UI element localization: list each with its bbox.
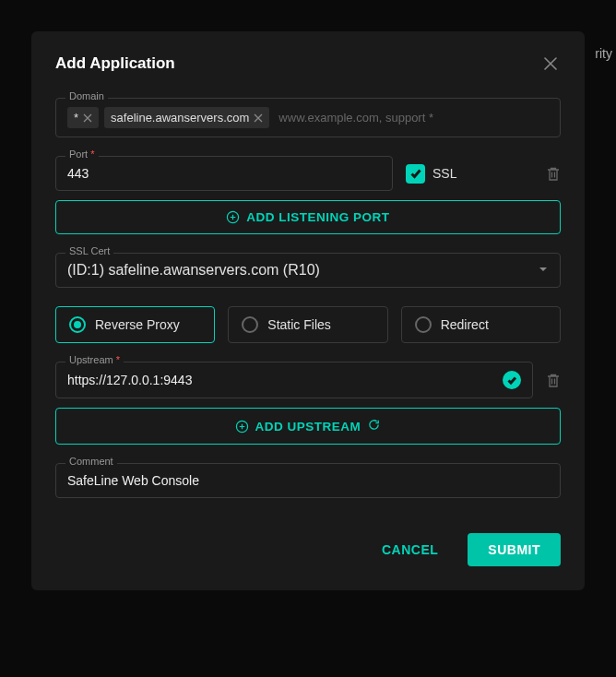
chip-remove-button[interactable] [254,113,263,123]
radio-icon [242,316,258,333]
domain-input[interactable] [275,108,549,127]
domain-legend: Domain [65,90,108,101]
delete-upstream-button[interactable] [546,373,561,388]
add-application-modal: Add Application Domain * safeline.awanse… [31,31,585,590]
add-listening-port-button[interactable]: ADD LISTENING PORT [55,200,561,234]
ssl-checkbox[interactable] [406,164,425,184]
close-icon [254,113,263,123]
ssl-cert-value: (ID:1) safeline.awanservers.com (R10) [67,262,320,279]
upstream-input[interactable] [67,373,495,387]
trash-icon [546,166,561,182]
domain-chip-label: safeline.awanservers.com [111,111,249,125]
upstream-valid-indicator [503,371,521,389]
proxy-type-group: Reverse Proxy Static Files Redirect [55,306,561,343]
caret-down-icon [538,264,549,275]
upstream-field[interactable]: Upstream [55,362,533,398]
add-upstream-button[interactable]: ADD UPSTREAM [55,408,561,445]
radio-icon [69,316,86,333]
upstream-legend: Upstream [65,354,124,365]
ssl-cert-legend: SSL Cert [65,245,113,256]
modal-title: Add Application [55,54,175,73]
ssl-cert-field[interactable]: SSL Cert (ID:1) safeline.awanservers.com… [55,253,561,288]
modal-footer: CANCEL SUBMIT [55,533,561,566]
close-button[interactable] [540,53,561,74]
ssl-label: SSL [432,166,456,181]
comment-input[interactable] [67,473,549,488]
check-icon [506,374,517,386]
domain-field[interactable]: Domain * safeline.awanservers.com [55,98,561,137]
radio-label: Static Files [267,317,330,332]
plus-circle-icon [235,420,249,434]
domain-chip: safeline.awanservers.com [104,107,269,128]
trash-icon [546,373,561,388]
domain-chip: * [67,107,99,128]
modal-header: Add Application [55,53,561,74]
add-upstream-label: ADD UPSTREAM [255,420,361,434]
close-icon [83,113,92,123]
radio-label: Redirect [441,317,489,332]
port-legend: Port [65,148,99,160]
radio-icon [415,316,432,333]
check-icon [409,167,422,180]
port-field[interactable]: Port [55,156,393,191]
delete-port-button[interactable] [546,166,561,182]
dropdown-caret [538,262,549,279]
background-partial-text: rity [595,46,612,61]
comment-field[interactable]: Comment [55,463,561,498]
plus-circle-icon [226,210,240,224]
close-icon [544,57,557,70]
comment-legend: Comment [65,456,117,467]
chip-remove-button[interactable] [83,113,92,123]
radio-reverse-proxy[interactable]: Reverse Proxy [55,306,215,343]
add-listening-port-label: ADD LISTENING PORT [246,210,389,224]
port-input[interactable] [67,166,381,181]
refresh-icon [367,418,381,434]
radio-redirect[interactable]: Redirect [401,306,561,343]
radio-static-files[interactable]: Static Files [228,306,387,343]
domain-chip-label: * [74,111,78,125]
cancel-button[interactable]: CANCEL [361,533,458,566]
submit-button[interactable]: SUBMIT [468,533,561,566]
radio-label: Reverse Proxy [95,317,180,332]
